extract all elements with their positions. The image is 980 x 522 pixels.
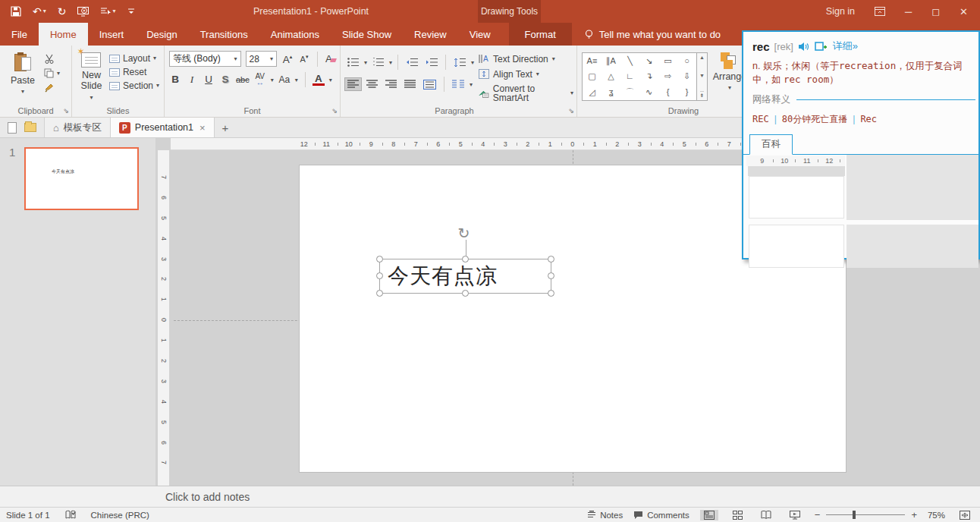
- shape-left-brace-icon[interactable]: {: [667, 88, 670, 96]
- change-case-button[interactable]: Aa: [278, 75, 291, 84]
- new-slide-button[interactable]: New Slide ▾: [77, 49, 106, 105]
- align-right-icon[interactable]: [383, 78, 399, 90]
- start-slideshow-icon[interactable]: [77, 7, 89, 17]
- undo-icon[interactable]: ↶▾: [33, 6, 46, 17]
- tell-me-box[interactable]: Tell me what you want to do: [584, 23, 721, 46]
- shape-down-arrow-icon[interactable]: ⇩: [683, 72, 690, 80]
- copy-icon[interactable]: ▾: [44, 68, 60, 78]
- ribbon-tab[interactable]: Insert: [88, 23, 136, 46]
- line-spacing-icon[interactable]: [451, 56, 468, 69]
- columns-icon[interactable]: [450, 78, 466, 90]
- justify-icon[interactable]: [402, 78, 418, 90]
- spell-check-icon[interactable]: [65, 510, 76, 520]
- bold-button[interactable]: B: [169, 74, 181, 85]
- reset-button[interactable]: Reset: [109, 68, 159, 77]
- shape-rectangle-icon[interactable]: ▭: [664, 57, 671, 65]
- zoom-in-icon[interactable]: +: [911, 509, 917, 520]
- increase-indent-icon[interactable]: [423, 56, 440, 68]
- font-dialog-launcher-icon[interactable]: ⇘: [331, 107, 338, 115]
- comments-toggle[interactable]: Comments: [633, 511, 689, 520]
- decrease-indent-icon[interactable]: [404, 56, 420, 68]
- align-center-icon[interactable]: [364, 78, 380, 90]
- character-spacing-button[interactable]: AV↔: [254, 74, 266, 86]
- shape-curve-icon[interactable]: ∿: [645, 88, 652, 96]
- font-size-combo[interactable]: 28▾: [246, 51, 277, 67]
- shape-arc-icon[interactable]: ⌒: [626, 88, 634, 96]
- decrease-font-size-icon[interactable]: A▾: [298, 54, 310, 64]
- resize-handle-nw[interactable]: [376, 256, 383, 263]
- ribbon-tab[interactable]: Review: [403, 23, 458, 46]
- save-icon[interactable]: [11, 6, 21, 17]
- zoom-out-icon[interactable]: −: [815, 509, 821, 520]
- shape-scribble-icon[interactable]: ʓ: [609, 88, 614, 96]
- shapes-gallery[interactable]: A≡ ∥A ╲ ↘ ▭ ○ ▢ △ ∟ ↴: [582, 52, 697, 101]
- new-document-icon[interactable]: [8, 122, 17, 134]
- ribbon-tab[interactable]: Home: [39, 23, 88, 46]
- shape-right-brace-icon[interactable]: }: [686, 88, 689, 96]
- underline-button[interactable]: U: [203, 74, 215, 85]
- detail-link[interactable]: 详细»: [833, 39, 858, 53]
- language-indicator[interactable]: Chinese (PRC): [91, 511, 149, 520]
- paragraph-dialog-launcher-icon[interactable]: ⇘: [568, 107, 574, 115]
- open-folder-icon[interactable]: [24, 123, 36, 132]
- align-left-icon[interactable]: [345, 78, 361, 90]
- italic-button[interactable]: I: [186, 74, 198, 85]
- paste-button[interactable]: Paste ▾: [5, 49, 41, 105]
- add-to-wordbook-icon[interactable]: [815, 42, 827, 52]
- ribbon-tab[interactable]: Animations: [259, 23, 331, 46]
- text-shadow-button[interactable]: S: [219, 74, 231, 85]
- shape-rounded-rectangle-icon[interactable]: ▢: [588, 72, 595, 80]
- tab-format[interactable]: Format: [509, 23, 572, 46]
- numbering-icon[interactable]: [370, 56, 386, 68]
- shape-oval-icon[interactable]: ○: [684, 57, 689, 65]
- bullets-icon[interactable]: [345, 56, 361, 68]
- new-tab-icon[interactable]: +: [215, 118, 237, 137]
- cut-icon[interactable]: [44, 54, 60, 64]
- redo-icon[interactable]: ↻: [58, 6, 67, 17]
- baike-tab[interactable]: 百科: [749, 134, 793, 155]
- rotate-handle-icon[interactable]: ↻: [458, 226, 470, 241]
- selected-text-box[interactable]: 今天有点凉 ↻: [379, 259, 551, 294]
- increase-font-size-icon[interactable]: A▴: [281, 54, 294, 64]
- slide-sorter-view-button[interactable]: [729, 510, 746, 520]
- touch-mouse-mode-icon[interactable]: ▾: [100, 7, 115, 16]
- font-family-combo[interactable]: 等线 (Body)▾: [169, 51, 241, 67]
- section-button[interactable]: Section▾: [109, 81, 159, 90]
- resize-handle-ne[interactable]: [548, 256, 554, 263]
- distributed-icon[interactable]: [421, 78, 438, 91]
- ribbon-tab[interactable]: View: [458, 23, 502, 46]
- shape-elbow-arrow-connector-icon[interactable]: ↴: [645, 72, 652, 80]
- ribbon-tab[interactable]: Slide Show: [331, 23, 403, 46]
- sign-in-link[interactable]: Sign in: [826, 6, 855, 17]
- resize-handle-n[interactable]: [462, 256, 469, 263]
- shape-elbow-connector-icon[interactable]: ∟: [626, 72, 634, 80]
- zoom-level[interactable]: 75%: [928, 511, 945, 520]
- scroll-down-icon[interactable]: ▼: [699, 73, 705, 78]
- ribbon-tab[interactable]: Transitions: [189, 23, 259, 46]
- ribbon-tab[interactable]: File: [0, 23, 39, 46]
- format-painter-icon[interactable]: [44, 83, 60, 93]
- slide-show-button[interactable]: [786, 510, 804, 520]
- customize-qat-icon[interactable]: [127, 8, 135, 16]
- shape-vertical-text-box-icon[interactable]: ∥A: [606, 57, 616, 65]
- strikethrough-button[interactable]: abc: [236, 76, 250, 84]
- font-color-button[interactable]: A: [313, 74, 325, 86]
- reading-view-button[interactable]: [757, 510, 775, 520]
- scroll-up-icon[interactable]: ▲: [699, 55, 705, 60]
- zoom-track[interactable]: [826, 514, 905, 515]
- notes-toggle[interactable]: Notes: [587, 511, 623, 520]
- shape-arrow-icon[interactable]: ↘: [645, 57, 652, 65]
- document-tab-presentation1[interactable]: P Presentation1 ×: [111, 118, 215, 137]
- zoom-slider[interactable]: − +: [815, 509, 917, 520]
- clipboard-dialog-launcher-icon[interactable]: ⇘: [63, 107, 69, 115]
- shape-freeform-icon[interactable]: ◿: [589, 88, 595, 96]
- resize-handle-e[interactable]: [548, 272, 554, 279]
- close-button[interactable]: ✕: [960, 6, 968, 17]
- clear-formatting-icon[interactable]: A: [325, 54, 337, 64]
- ribbon-tab[interactable]: Design: [135, 23, 188, 46]
- layout-button[interactable]: Layout▾: [109, 54, 159, 63]
- maximize-button[interactable]: ◻: [931, 6, 940, 17]
- zoom-handle[interactable]: [853, 511, 856, 519]
- shapes-gallery-scroll[interactable]: ▲ ▼ ⇟: [697, 52, 708, 101]
- resize-handle-sw[interactable]: [376, 290, 383, 297]
